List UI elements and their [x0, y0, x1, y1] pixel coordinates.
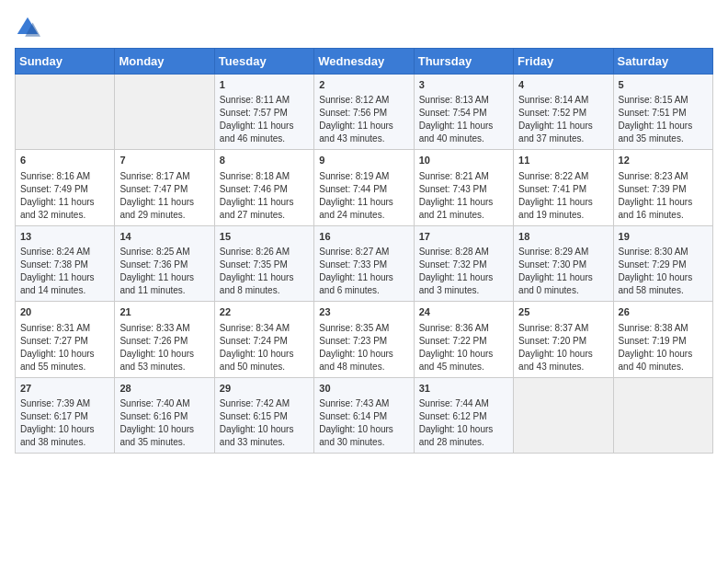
calendar-cell: 6Sunrise: 8:16 AMSunset: 7:49 PMDaylight… — [16, 150, 115, 225]
weekday-header-thursday: Thursday — [414, 49, 513, 75]
day-number: 12 — [619, 154, 708, 167]
sunset-text: Sunset: 6:17 PM — [20, 411, 88, 421]
sunset-text: Sunset: 7:36 PM — [119, 259, 188, 270]
sunset-text: Sunset: 7:35 PM — [220, 259, 288, 270]
daylight-text: Daylight: 11 hours and 16 minutes. — [619, 197, 693, 220]
daylight-text: Daylight: 11 hours and 35 minutes. — [619, 121, 693, 144]
daylight-text: Daylight: 11 hours and 46 minutes. — [220, 121, 294, 144]
calendar-cell — [613, 377, 712, 453]
sunrise-text: Sunrise: 8:28 AM — [419, 247, 489, 257]
day-number: 22 — [220, 305, 309, 319]
sunrise-text: Sunrise: 8:29 AM — [518, 247, 588, 257]
calendar-cell: 12Sunrise: 8:23 AMSunset: 7:39 PMDayligh… — [613, 150, 712, 225]
sunset-text: Sunset: 7:47 PM — [119, 184, 188, 194]
day-number: 16 — [319, 230, 408, 244]
calendar-cell: 27Sunrise: 7:39 AMSunset: 6:17 PMDayligh… — [16, 377, 115, 453]
calendar-cell: 30Sunrise: 7:43 AMSunset: 6:14 PMDayligh… — [314, 377, 414, 453]
sunset-text: Sunset: 7:43 PM — [419, 184, 487, 194]
calendar-week-row: 6Sunrise: 8:16 AMSunset: 7:49 PMDaylight… — [16, 150, 713, 225]
sunrise-text: Sunrise: 8:14 AM — [518, 95, 588, 105]
sunrise-text: Sunrise: 8:35 AM — [319, 323, 389, 333]
daylight-text: Daylight: 11 hours and 43 minutes. — [319, 121, 393, 144]
calendar-cell: 26Sunrise: 8:38 AMSunset: 7:19 PMDayligh… — [613, 302, 712, 377]
day-number: 17 — [419, 230, 508, 244]
sunset-text: Sunset: 7:26 PM — [119, 336, 188, 346]
daylight-text: Daylight: 11 hours and 40 minutes. — [419, 121, 494, 144]
daylight-text: Daylight: 10 hours and 55 minutes. — [20, 349, 95, 372]
page-header — [15, 15, 713, 40]
calendar-week-row: 20Sunrise: 8:31 AMSunset: 7:27 PMDayligh… — [16, 302, 713, 377]
day-number: 21 — [119, 305, 209, 319]
sunset-text: Sunset: 7:24 PM — [220, 336, 288, 346]
sunset-text: Sunset: 7:30 PM — [518, 259, 586, 270]
calendar-cell: 16Sunrise: 8:27 AMSunset: 7:33 PMDayligh… — [314, 225, 414, 301]
sunset-text: Sunset: 7:23 PM — [319, 336, 387, 346]
daylight-text: Daylight: 11 hours and 29 minutes. — [119, 197, 194, 220]
day-number: 20 — [20, 305, 109, 319]
calendar-cell: 22Sunrise: 8:34 AMSunset: 7:24 PMDayligh… — [214, 302, 313, 377]
day-number: 2 — [319, 78, 408, 92]
sunset-text: Sunset: 7:49 PM — [20, 184, 88, 194]
weekday-header-saturday: Saturday — [613, 49, 712, 75]
calendar-week-row: 27Sunrise: 7:39 AMSunset: 6:17 PMDayligh… — [16, 377, 713, 453]
day-number: 4 — [518, 78, 608, 92]
calendar-cell: 19Sunrise: 8:30 AMSunset: 7:29 PMDayligh… — [613, 225, 712, 301]
sunrise-text: Sunrise: 8:22 AM — [518, 171, 588, 181]
day-number: 1 — [220, 78, 309, 92]
calendar-cell: 17Sunrise: 8:28 AMSunset: 7:32 PMDayligh… — [414, 225, 513, 301]
calendar-table: SundayMondayTuesdayWednesdayThursdayFrid… — [15, 48, 713, 454]
sunset-text: Sunset: 7:27 PM — [20, 336, 88, 346]
daylight-text: Daylight: 11 hours and 3 minutes. — [419, 272, 494, 295]
calendar-cell: 25Sunrise: 8:37 AMSunset: 7:20 PMDayligh… — [514, 302, 613, 377]
daylight-text: Daylight: 10 hours and 50 minutes. — [220, 349, 294, 372]
weekday-header-friday: Friday — [514, 49, 613, 75]
daylight-text: Daylight: 11 hours and 6 minutes. — [319, 272, 393, 295]
day-number: 3 — [419, 78, 508, 92]
daylight-text: Daylight: 11 hours and 32 minutes. — [20, 197, 95, 220]
sunrise-text: Sunrise: 8:13 AM — [419, 95, 489, 105]
sunrise-text: Sunrise: 7:42 AM — [220, 398, 290, 408]
daylight-text: Daylight: 11 hours and 21 minutes. — [419, 197, 494, 220]
sunrise-text: Sunrise: 8:19 AM — [319, 171, 389, 181]
calendar-cell: 21Sunrise: 8:33 AMSunset: 7:26 PMDayligh… — [115, 302, 214, 377]
day-number: 11 — [518, 154, 608, 167]
calendar-cell: 15Sunrise: 8:26 AMSunset: 7:35 PMDayligh… — [214, 225, 313, 301]
sunrise-text: Sunrise: 8:33 AM — [119, 323, 189, 333]
daylight-text: Daylight: 11 hours and 0 minutes. — [518, 272, 593, 295]
sunset-text: Sunset: 6:12 PM — [419, 411, 487, 421]
weekday-header-monday: Monday — [115, 49, 214, 75]
day-number: 10 — [419, 154, 508, 167]
logo-icon — [15, 15, 40, 40]
day-number: 5 — [619, 78, 708, 92]
daylight-text: Daylight: 10 hours and 45 minutes. — [419, 349, 494, 372]
calendar-cell: 3Sunrise: 8:13 AMSunset: 7:54 PMDaylight… — [414, 75, 513, 150]
sunset-text: Sunset: 6:16 PM — [119, 411, 188, 421]
day-number: 19 — [619, 230, 708, 244]
day-number: 29 — [220, 382, 309, 396]
day-number: 9 — [319, 154, 408, 167]
day-number: 13 — [20, 230, 109, 244]
daylight-text: Daylight: 10 hours and 40 minutes. — [619, 349, 693, 372]
sunrise-text: Sunrise: 8:24 AM — [20, 247, 90, 257]
day-number: 31 — [419, 382, 508, 396]
sunrise-text: Sunrise: 8:34 AM — [220, 323, 290, 333]
calendar-cell: 9Sunrise: 8:19 AMSunset: 7:44 PMDaylight… — [314, 150, 414, 225]
day-number: 23 — [319, 305, 408, 319]
calendar-cell — [115, 75, 214, 150]
sunset-text: Sunset: 7:20 PM — [518, 336, 586, 346]
calendar-cell: 10Sunrise: 8:21 AMSunset: 7:43 PMDayligh… — [414, 150, 513, 225]
sunrise-text: Sunrise: 8:12 AM — [319, 95, 389, 105]
calendar-cell: 2Sunrise: 8:12 AMSunset: 7:56 PMDaylight… — [314, 75, 414, 150]
calendar-cell — [514, 377, 613, 453]
day-number: 18 — [518, 230, 608, 244]
sunrise-text: Sunrise: 8:16 AM — [20, 171, 90, 181]
sunset-text: Sunset: 7:22 PM — [419, 336, 487, 346]
calendar-cell: 13Sunrise: 8:24 AMSunset: 7:38 PMDayligh… — [16, 225, 115, 301]
sunset-text: Sunset: 7:29 PM — [619, 259, 687, 270]
daylight-text: Daylight: 11 hours and 14 minutes. — [20, 272, 95, 295]
calendar-week-row: 1Sunrise: 8:11 AMSunset: 7:57 PMDaylight… — [16, 75, 713, 150]
day-number: 25 — [518, 305, 608, 319]
day-number: 8 — [220, 154, 309, 167]
sunset-text: Sunset: 7:44 PM — [319, 184, 387, 194]
sunrise-text: Sunrise: 8:11 AM — [220, 95, 290, 105]
